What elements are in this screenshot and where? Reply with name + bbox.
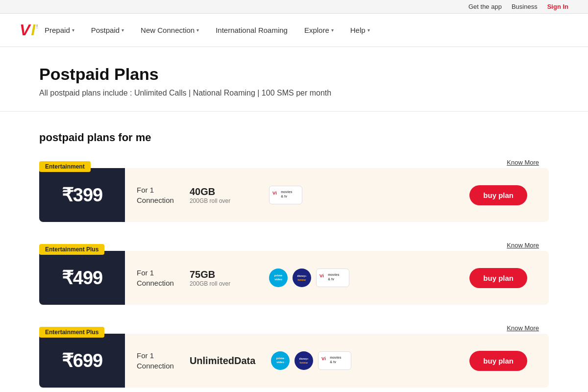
svg-text:movies: movies (330, 356, 342, 359)
plan-details-1: For 1 Connection 40GB 200GB roll over Vi… (125, 177, 549, 213)
know-more-row-2: Know More (39, 238, 549, 251)
plan-data-info-1: 40GB 200GB roll over (190, 186, 253, 204)
vi-movies-logo-2: Vi movies & tv (316, 269, 349, 287)
plan-connection-3: For 1 Connection (137, 350, 174, 371)
plan-data-gb-1: 40GB (190, 186, 253, 197)
plan-price-box-3: ₹699 (39, 334, 125, 388)
sign-in-link[interactable]: Sign In (547, 3, 568, 10)
know-more-link-3[interactable]: Know More (507, 324, 539, 332)
plan-data-gb-2: 75GB (190, 269, 253, 280)
plan-card-wrapper-1: Know More Entertainment ₹399 For 1 Conne… (39, 155, 549, 222)
nav-item-explore[interactable]: Explore ▾ (297, 21, 341, 39)
plan-card-wrapper-3: Know More Entertainment Plus ₹699 For 1 … (39, 320, 549, 388)
plan-buy-1: buy plan (469, 185, 527, 205)
logo[interactable]: V I ! (20, 21, 38, 39)
svg-text:video: video (277, 361, 285, 364)
main-nav: V I ! Prepaid ▾ Postpaid ▾ New Connectio… (0, 14, 588, 47)
svg-text:disney+: disney+ (299, 357, 309, 360)
nav-item-prepaid[interactable]: Prepaid ▾ (38, 21, 81, 39)
svg-point-15 (296, 353, 312, 368)
prime-video-logo-3: prime video (271, 351, 290, 370)
svg-text:video: video (274, 278, 282, 281)
buy-plan-button-2[interactable]: buy plan (469, 268, 527, 288)
plan-price-box-1: ₹399 (39, 168, 125, 222)
nav-menu: Prepaid ▾ Postpaid ▾ New Connection ▾ In… (38, 21, 377, 39)
plan-data-gb-3: UnlimitedData (190, 355, 255, 367)
plan-price-box-2: ₹499 (39, 251, 125, 305)
svg-text:Vi: Vi (319, 273, 324, 278)
logo-v: V (20, 21, 30, 39)
get-app-link[interactable]: Get the app (468, 3, 502, 10)
svg-text:Vi: Vi (272, 190, 277, 196)
main-content: postpaid plans for me Know More Entertai… (0, 112, 588, 392)
plan-price-1: ₹399 (62, 184, 102, 206)
business-link[interactable]: Business (512, 3, 538, 10)
plan-data-info-2: 75GB 200GB roll over (190, 269, 253, 287)
svg-point-6 (294, 270, 310, 286)
svg-text:prime: prime (274, 274, 283, 277)
disney-hotstar-logo: disney+ hotstar (293, 269, 311, 287)
plan-connection-2: For 1 Connection (137, 268, 174, 288)
plan-card-inner-3: ₹699 For 1 Connection UnlimitedData (39, 334, 549, 388)
plan-card-wrapper-2: Know More Entertainment Plus ₹499 For 1 … (39, 238, 549, 305)
page-title: Postpaid Plans (39, 65, 549, 84)
know-more-link-1[interactable]: Know More (507, 159, 539, 166)
chevron-down-icon: ▾ (122, 27, 124, 33)
plan-details-3: For 1 Connection UnlimitedData prime vid… (125, 343, 549, 379)
logo-i: I (31, 21, 35, 39)
svg-text:hotstar: hotstar (297, 278, 306, 281)
chevron-down-icon: ▾ (331, 27, 334, 33)
nav-item-help[interactable]: Help ▾ (343, 21, 377, 39)
know-more-row-1: Know More (39, 155, 549, 168)
section-title: postpaid plans for me (39, 131, 549, 144)
plan-data-info-3: UnlimitedData (190, 355, 255, 367)
know-more-link-2[interactable]: Know More (507, 242, 539, 249)
plan-card-2: Entertainment Plus ₹499 For 1 Connection… (39, 251, 549, 305)
buy-plan-button-1[interactable]: buy plan (469, 185, 527, 205)
hero-section: Postpaid Plans All postpaid plans includ… (0, 47, 588, 112)
plan-badge-1: Entertainment (39, 161, 91, 172)
plan-card-inner-1: ₹399 For 1 Connection 40GB 200GB roll ov… (39, 168, 549, 222)
nav-item-postpaid[interactable]: Postpaid ▾ (84, 21, 131, 39)
svg-text:hotstar: hotstar (300, 361, 308, 364)
plan-data-sub-2: 200GB roll over (190, 280, 253, 287)
chevron-down-icon: ▾ (196, 27, 199, 33)
svg-text:& tv: & tv (281, 195, 287, 198)
plan-logos-3: prime video disney+ hotstar (271, 351, 454, 370)
plan-badge-3: Entertainment Plus (39, 327, 104, 338)
plan-logos-1: Vi movies & tv (269, 186, 454, 204)
svg-text:disney+: disney+ (297, 274, 307, 277)
disney-hotstar-logo-3: disney+ hotstar (294, 351, 313, 370)
plan-card-1: Entertainment ₹399 For 1 Connection 40GB… (39, 168, 549, 222)
svg-text:prime: prime (276, 357, 285, 360)
plan-logos-2: prime video disney+ hotstar (269, 269, 454, 287)
plan-data-sub-1: 200GB roll over (190, 197, 253, 204)
hero-subtitle: All postpaid plans include : Unlimited C… (39, 89, 549, 98)
svg-text:movies: movies (281, 190, 293, 194)
plan-buy-2: buy plan (469, 268, 527, 288)
plan-badge-2: Entertainment Plus (39, 244, 104, 255)
prime-video-logo: prime video (269, 269, 288, 287)
svg-text:& tv: & tv (330, 360, 337, 364)
know-more-row-3: Know More (39, 320, 549, 334)
plan-connection-1: For 1 Connection (137, 185, 174, 205)
plan-card-inner-2: ₹499 For 1 Connection 75GB 200GB roll ov… (39, 251, 549, 305)
buy-plan-button-3[interactable]: buy plan (469, 351, 527, 371)
svg-text:movies: movies (328, 273, 340, 276)
plan-card-3: Entertainment Plus ₹699 For 1 Connection… (39, 334, 549, 388)
chevron-down-icon: ▾ (72, 27, 74, 33)
plan-price-3: ₹699 (62, 350, 102, 371)
vi-movies-logo-3: Vi movies & tv (318, 351, 351, 370)
top-bar: Get the app Business Sign In (0, 0, 588, 14)
nav-item-new-connection[interactable]: New Connection ▾ (134, 21, 206, 39)
plan-details-2: For 1 Connection 75GB 200GB roll over pr… (125, 260, 549, 296)
svg-text:Vi: Vi (321, 356, 326, 361)
plan-buy-3: buy plan (469, 351, 527, 371)
vi-movies-logo: Vi movies & tv (269, 186, 302, 204)
svg-text:& tv: & tv (328, 277, 334, 281)
plan-price-2: ₹499 (62, 267, 102, 289)
chevron-down-icon: ▾ (368, 27, 370, 33)
nav-item-international-roaming[interactable]: International Roaming (209, 21, 294, 39)
